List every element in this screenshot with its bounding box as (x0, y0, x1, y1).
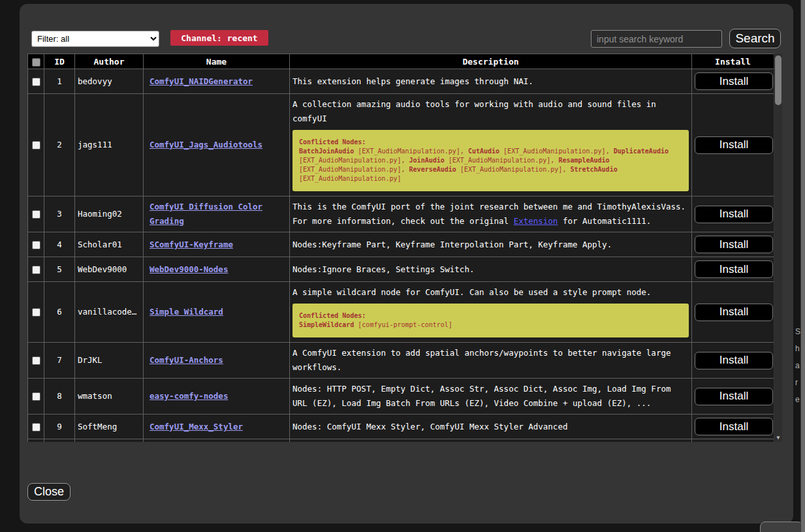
conflicted-nodes-title: Conflicted Nodes: (299, 138, 366, 146)
row-description-cell: A collection amazing audio tools for wor… (290, 94, 692, 196)
node-name-link[interactable]: ComfyUI_NAIDGenerator (150, 76, 253, 86)
description-text: A ComfyUI extension to add spatial ancho… (292, 346, 689, 375)
column-header-description: Description (290, 54, 692, 69)
conflict-node-source: [EXT_AudioManipulation.py], (456, 166, 571, 173)
table-row: 6vanillacode…Simple WildcardA simple wil… (28, 282, 774, 343)
row-id: 6 (44, 282, 75, 343)
node-name-link[interactable]: ComfyUI-Anchors (150, 355, 223, 365)
description-text: Nodes: ComfyUI Mexx Styler, ComfyUI Mexx… (292, 420, 689, 434)
row-select-checkbox[interactable] (32, 392, 40, 401)
row-install-cell: Install (692, 343, 774, 379)
row-select-checkbox[interactable] (32, 141, 40, 149)
conflict-node-source: [EXT_AudioManipulation.py], (354, 148, 468, 155)
install-button[interactable]: Install (695, 418, 773, 435)
row-name-cell: ComfyUI Yolov8 (144, 439, 290, 443)
row-id: 9 (44, 415, 75, 439)
row-select-cell (28, 257, 44, 282)
description-text: Nodes: HTTP POST, Empty Dict, Assoc Str,… (292, 382, 689, 411)
row-select-cell (28, 343, 44, 379)
row-author: SoftMeng (75, 415, 144, 439)
install-button[interactable]: Install (695, 388, 773, 405)
row-name-cell: Simple Wildcard (144, 282, 290, 343)
table-header-row: ID Author Name Description Install (28, 54, 774, 69)
row-select-cell (28, 379, 44, 415)
conflict-node-source: [EXT_AudioManipulation.py], (299, 166, 409, 173)
nodes-table: ID Author Name Description Install 1bedo… (27, 54, 774, 442)
row-description-cell: Nodes: ComfyUI Mexx Styler, ComfyUI Mexx… (290, 415, 692, 439)
install-button[interactable]: Install (695, 236, 773, 253)
row-description-cell: Nodes: Yolov8Detection, Yolov8Segmentati… (290, 439, 692, 443)
install-button[interactable]: Install (695, 352, 773, 369)
search-input[interactable] (591, 30, 722, 48)
select-all-header-cell (28, 54, 44, 69)
install-button[interactable]: Install (695, 304, 773, 321)
row-description-cell: Nodes:Ignore Braces, Settings Switch. (290, 257, 692, 282)
node-name-link[interactable]: WebDev9000-Nodes (150, 264, 228, 274)
table-scrollbar-thumb[interactable] (775, 55, 781, 105)
row-select-cell (28, 415, 44, 439)
conflicted-nodes-box: Conflicted Nodes:BatchJoinAudio [EXT_Aud… (292, 130, 689, 191)
description-text: Nodes:Keyframe Part, Keyframe Interpolat… (292, 238, 689, 252)
node-name-link[interactable]: Simple Wildcard (150, 307, 223, 317)
node-name-link[interactable]: ComfyUI_Mexx_Styler (150, 422, 243, 431)
row-author: wmatson (75, 379, 144, 415)
row-install-cell: Install (692, 69, 774, 94)
node-name-link[interactable]: ComfyUI Diffusion Color Grading (150, 202, 262, 226)
install-button[interactable]: Install (695, 72, 773, 90)
row-description-cell: This is the ComfyUI port of the joint re… (290, 196, 692, 232)
row-name-cell: easy-comfy-nodes (144, 379, 290, 415)
row-name-cell: ComfyUI_NAIDGenerator (144, 69, 290, 94)
conflict-node-source: [comfyui-prompt-control] (354, 321, 452, 328)
row-select-cell (28, 232, 44, 257)
scroll-down-button[interactable]: ▼ (774, 433, 782, 442)
table-row: 2jags111ComfyUI_Jags_AudiotoolsA collect… (28, 94, 774, 196)
column-header-id: ID (44, 54, 75, 69)
description-text: A simple wildcard node for ComfyUI. Can … (292, 285, 689, 300)
row-id: 4 (44, 232, 75, 257)
conflict-node-name: ResampleAudio (558, 157, 609, 164)
node-name-link[interactable]: ComfyUI_Jags_Audiotools (150, 140, 262, 149)
table-scrollbar-track[interactable]: ▼ (774, 54, 782, 442)
page-scrollbar[interactable] (800, 0, 805, 532)
row-id: 3 (44, 196, 75, 232)
row-author: WebDev9000 (75, 257, 144, 282)
row-id: 8 (44, 379, 75, 415)
row-select-checkbox[interactable] (32, 423, 40, 431)
row-id: 7 (44, 343, 75, 379)
node-name-link[interactable]: easy-comfy-nodes (150, 391, 228, 401)
select-all-checkbox[interactable] (32, 58, 40, 67)
row-select-checkbox[interactable] (32, 241, 40, 249)
scroll-down-arrow-icon: ▼ (777, 435, 780, 441)
row-install-cell: Install (692, 257, 774, 282)
row-select-checkbox[interactable] (32, 308, 40, 317)
row-id: 2 (44, 94, 75, 196)
search-button[interactable]: Search (729, 29, 781, 48)
close-button[interactable]: Close (27, 483, 71, 501)
row-author: Scholar01 (75, 232, 144, 257)
row-select-checkbox[interactable] (32, 266, 40, 274)
conflict-node-source: [EXT_AudioManipulation.py], (299, 157, 409, 164)
row-select-cell (28, 439, 44, 443)
row-name-cell: ComfyUI-Anchors (144, 343, 290, 379)
nodes-table-grid: ID Author Name Description Install 1bedo… (27, 54, 774, 442)
conflict-node-source: [EXT_AudioManipulation.py], (445, 157, 559, 164)
table-row: 5WebDev9000WebDev9000-NodesNodes:Ignore … (28, 257, 774, 282)
row-install-cell: Install (692, 415, 774, 439)
row-author: DrJKL (75, 343, 144, 379)
install-button[interactable]: Install (695, 136, 773, 154)
row-select-cell (28, 282, 44, 343)
description-link[interactable]: Extension (514, 216, 558, 226)
conflict-node-name: ReverseAudio (409, 166, 456, 173)
row-id: 1 (44, 69, 75, 94)
install-button[interactable]: Install (695, 260, 773, 278)
conflict-node-name: JoinAudio (409, 157, 445, 164)
row-select-checkbox[interactable] (32, 356, 40, 365)
conflicted-nodes-title: Conflicted Nodes: (299, 312, 366, 319)
table-row: 9SoftMengComfyUI_Mexx_StylerNodes: Comfy… (28, 415, 774, 439)
row-select-checkbox[interactable] (32, 78, 40, 86)
node-name-link[interactable]: SComfyUI-Keyframe (150, 240, 233, 249)
background-corner-button-clipped[interactable] (760, 522, 803, 532)
row-select-checkbox[interactable] (32, 210, 40, 219)
filter-dropdown[interactable]: Filter: all (31, 31, 159, 47)
install-button[interactable]: Install (695, 206, 773, 223)
